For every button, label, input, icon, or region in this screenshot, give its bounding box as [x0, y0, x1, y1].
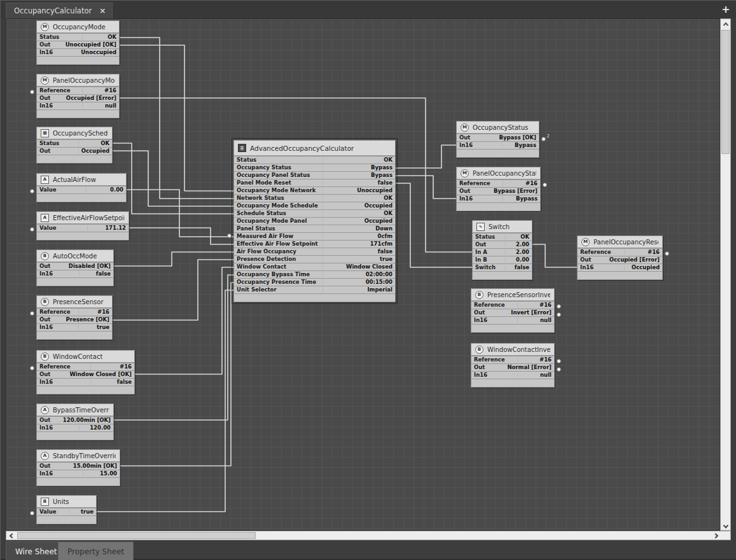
block-slot-occupancy-bypass-time[interactable]: Occupancy Bypass Time02:00:00	[234, 271, 395, 279]
output-port-dot[interactable]	[557, 312, 561, 317]
block-slot-occupancy-mode-panel[interactable]: Occupancy Mode PanelOccupied	[234, 218, 395, 225]
function-block-auto-occ-mode[interactable]: BAutoOccModeOutDisabled [OK]In16false	[36, 249, 114, 286]
block-slot-out[interactable]: Out2.00	[473, 241, 532, 249]
function-block-bypass-time-override[interactable]: ABypassTimeOverrideOut120.00min [OK]In16…	[36, 403, 114, 440]
block-slot-status[interactable]: StatusOK	[37, 34, 119, 41]
block-slot-schedule-status[interactable]: Schedule StatusOK	[234, 210, 395, 218]
block-slot-value[interactable]: Valuetrue	[37, 508, 96, 516]
block-slot-in16[interactable]: In16Occupied	[578, 264, 662, 272]
wire-window-contact-to-window-contact[interactable]	[135, 267, 233, 374]
block-header[interactable]: BPresenceSensor	[37, 296, 112, 309]
input-port-dot[interactable]	[30, 511, 34, 515]
new-tab-button[interactable]: +	[721, 3, 731, 15]
block-slot-in-b[interactable]: In B0.00	[473, 256, 532, 264]
block-slot-out[interactable]: OutNormal [Error]	[471, 364, 554, 372]
block-slot-occupancy-presence-time[interactable]: Occupancy Presence Time00:15:00	[234, 279, 395, 286]
block-slot-in16[interactable]: In16false	[37, 379, 134, 386]
function-block-occupancy-mode[interactable]: MOccupancyModeStatusOKOutUnoccupied [OK]…	[36, 20, 120, 65]
block-slot-window-contact[interactable]: Window ContactWindow Closed	[234, 263, 395, 271]
wire-sheet-canvas[interactable]: MOccupancyModeStatusOKOutUnoccupied [OK]…	[6, 18, 720, 531]
output-port-dot[interactable]	[557, 304, 561, 309]
function-block-occupancy-schedule[interactable]: ▦OccupancyScheduleStatusOKOutOccupied	[36, 127, 113, 164]
block-slot-status[interactable]: StatusOK	[473, 234, 532, 241]
function-block-window-contact[interactable]: BWindowContactReference#16OutWindow Clos…	[36, 350, 135, 395]
output-port-dot[interactable]	[541, 137, 546, 141]
block-header[interactable]: BWindowContact	[37, 351, 134, 363]
block-slot-occupancy-status[interactable]: Occupancy StatusBypass	[234, 164, 395, 172]
block-slot-out[interactable]: OutDisabled [OK]	[37, 263, 113, 270]
vertical-scrollbar-thumb[interactable]	[721, 30, 730, 154]
input-port-dot[interactable]	[30, 311, 34, 316]
block-slot-network-status[interactable]: Network StatusOK	[234, 195, 395, 202]
block-slot-value[interactable]: Value171.12	[37, 225, 128, 232]
block-header[interactable]: AActualAirFlow	[37, 174, 126, 186]
wire-calc-panel-status-to-panel-occupancy-status-in16[interactable]	[396, 176, 456, 199]
function-block-panel-occupancy-status[interactable]: MPanelOccupancyStatusReference#16OutBypa…	[456, 167, 541, 211]
input-port-dot[interactable]	[227, 234, 232, 238]
wire-occupancy-mode-status-to-network-status[interactable]	[120, 38, 233, 199]
block-header[interactable]: MPanelOccupancyReset	[578, 236, 662, 249]
tab-property-sheet[interactable]: Property Sheet	[58, 542, 134, 560]
block-slot-reference[interactable]: Reference#16	[578, 249, 662, 256]
horizontal-scrollbar[interactable]	[6, 531, 731, 540]
block-slot-reference[interactable]: Reference#16	[457, 180, 540, 188]
block-slot-effective-air-flow-setpoint[interactable]: Effective Air Flow Setpoint171cfm	[234, 241, 395, 248]
output-port-dot[interactable]	[665, 251, 669, 256]
input-port-dot[interactable]	[30, 90, 34, 94]
block-slot-reference[interactable]: Reference#16	[37, 87, 119, 95]
function-block-presence-sensor[interactable]: BPresenceSensorReference#16OutPresence […	[36, 295, 113, 340]
block-slot-air-flow-occupancy[interactable]: Air Flow Occupancyfalse	[234, 248, 395, 256]
scroll-right-button[interactable]	[711, 531, 720, 540]
block-header[interactable]: BWindowContactInvert	[471, 344, 554, 356]
block-slot-panel-status[interactable]: Panel StatusDown	[234, 225, 395, 233]
block-header[interactable]: ∿Switch	[473, 221, 532, 234]
horizontal-scrollbar-thumb[interactable]	[17, 532, 256, 539]
input-port-dot[interactable]	[30, 366, 34, 370]
block-header[interactable]: BUnits	[37, 496, 96, 508]
block-slot-out[interactable]: Out120.00min [OK]	[37, 417, 113, 424]
block-slot-out[interactable]: OutBypass [OK]	[457, 134, 539, 142]
block-slot-in16[interactable]: In16Bypass	[457, 195, 540, 203]
block-slot-out[interactable]: OutInvert [Error]	[471, 309, 554, 317]
wire-occupancy-schedule-status-to-schedule-status[interactable]	[113, 143, 233, 214]
block-slot-reference[interactable]: Reference#16	[471, 356, 554, 364]
function-block-advanced-occupancy-calculator[interactable]: ≣AdvancedOccupancyCalculatorStatusOKOccu…	[233, 140, 396, 302]
function-block-actual-air-flow[interactable]: AActualAirFlowValue0.00	[36, 173, 127, 202]
block-slot-reference[interactable]: Reference#16	[37, 363, 134, 371]
block-header[interactable]: AStandbyTimeOverride	[37, 450, 120, 463]
block-slot-out[interactable]: Out15.00min [OK]	[37, 463, 120, 470]
scroll-left-button[interactable]	[7, 531, 17, 540]
block-slot-switch[interactable]: Switchfalse	[473, 264, 532, 272]
close-icon[interactable]: ×	[99, 6, 106, 15]
block-header[interactable]: ▦OccupancySchedule	[37, 127, 112, 140]
block-slot-in16[interactable]: In16Unoccupied	[37, 49, 119, 57]
wire-bypass-time-to-occupancy-bypass-time[interactable]	[114, 275, 233, 420]
block-slot-value[interactable]: Value0.00	[37, 186, 126, 194]
function-block-standby-time-override[interactable]: AStandbyTimeOverrideOut15.00min [OK]In16…	[36, 449, 120, 486]
block-header[interactable]: MOccupancyStatus	[457, 122, 539, 134]
block-slot-in16[interactable]: In16true	[37, 324, 112, 332]
block-slot-unit-selector[interactable]: Unit SelectorImperial	[234, 286, 395, 294]
block-header[interactable]: AEffectiveAirFlowSetpoint	[37, 212, 128, 225]
block-slot-occupancy-panel-status[interactable]: Occupancy Panel StatusBypass	[234, 172, 395, 179]
wire-presence-sensor-to-presence-detection[interactable]	[113, 260, 233, 320]
function-block-panel-occupancy-mode[interactable]: MPanelOccupancyModeReference#16OutOccupi…	[36, 74, 120, 118]
block-slot-out[interactable]: OutWindow Closed [OK]	[37, 371, 134, 379]
function-block-window-contact-invert[interactable]: BWindowContactInvertReference#16OutNorma…	[471, 343, 555, 388]
vertical-scrollbar[interactable]	[720, 18, 731, 531]
block-slot-presence-detection[interactable]: Presence Detectiontrue	[234, 256, 395, 263]
block-slot-out[interactable]: OutOccupied	[37, 148, 112, 155]
block-header[interactable]: BAutoOccMode	[37, 250, 113, 263]
function-block-occupancy-status[interactable]: MOccupancyStatusOutBypass [OK]2In16Bypas…	[456, 121, 539, 158]
output-port-dot[interactable]	[543, 183, 547, 187]
function-block-presence-sensor-invert[interactable]: BPresenceSensorInvertReference#16OutInve…	[471, 288, 555, 333]
scroll-down-button[interactable]	[721, 521, 730, 529]
block-slot-status[interactable]: StatusOK	[234, 157, 395, 164]
block-slot-in16[interactable]: In16null	[471, 317, 554, 325]
block-slot-reference[interactable]: Reference#16	[471, 302, 554, 309]
block-slot-in-a[interactable]: In A2.00	[473, 249, 532, 256]
wire-occupancy-mode-out-to-occupancy-mode-network[interactable]	[120, 45, 233, 191]
block-slot-occupancy-mode-network[interactable]: Occupancy Mode NetworkUnoccupied	[234, 187, 395, 195]
block-slot-in16[interactable]: In16120.00	[37, 424, 113, 432]
wire-actual-air-flow-to-measured-air-flow[interactable]	[127, 190, 233, 237]
